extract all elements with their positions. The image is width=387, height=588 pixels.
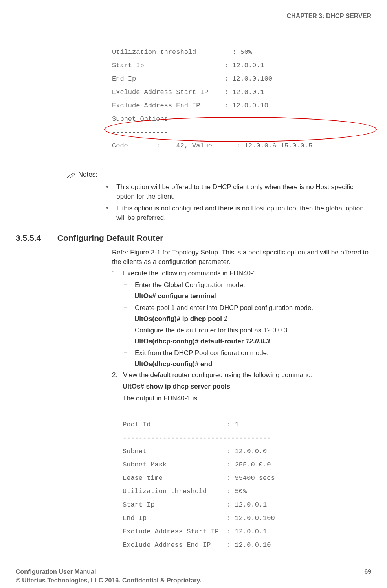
sub-list: − Create pool 1 and enter into DHCP pool…: [124, 303, 371, 313]
page-number: 69: [364, 568, 371, 585]
command-line: UltOs# show ip dhcp server pools: [123, 382, 371, 391]
code-line: Code : 42, Value : 12.0.0.6 15.0.0.5: [112, 142, 312, 149]
footer-divider: [16, 564, 371, 564]
code-line: Utilization threshold : 50%: [112, 48, 252, 56]
code-line: Exclude Address Start IP : 12.0.0.1: [123, 528, 267, 535]
command-line: UltOs(dhcp-config)# end: [134, 359, 371, 369]
command-line: UltOs(config)# ip dhcp pool 1: [134, 314, 371, 324]
sub-text: Exit from the DHCP Pool configuration mo…: [135, 348, 269, 358]
list-marker: 1.: [112, 269, 123, 278]
footer-left: Configuration User Manual © Ulterius Tec…: [16, 568, 202, 585]
code-line: Exclude Address Start IP : 12.0.0.1: [112, 88, 264, 96]
section-intro: Refer Figure 3-1 for Topology Setup. Thi…: [112, 248, 371, 267]
cmd-arg: 1: [224, 315, 227, 323]
dash-icon: −: [124, 326, 135, 335]
list-item: 1. Execute the following commands in FDN…: [112, 269, 371, 278]
sub-list: − Exit from the DHCP Pool configuration …: [124, 348, 371, 358]
dash-icon: −: [124, 303, 135, 313]
section-heading: 3.5.5.4 Configuring Default Router: [16, 232, 371, 243]
dash-icon: −: [124, 280, 135, 290]
sub-item: − Enter the Global Configuration mode.: [124, 280, 371, 290]
output-label: The output in FDN40-1 is: [123, 394, 371, 403]
command-line: UltOs# configure terminal: [134, 291, 371, 301]
list-text: Execute the following commands in FDN40-…: [123, 269, 259, 278]
list-item: 2. View the default router configured us…: [112, 370, 371, 380]
code-line: Utilization threshold : 50%: [123, 488, 247, 495]
pencil-icon: [67, 171, 78, 178]
bullet-dot-icon: •: [106, 204, 108, 223]
command-line: UltOs(dhcp-config)# default-router 12.0.…: [134, 337, 371, 346]
code-line: --------------: [112, 129, 168, 136]
code-line: Start Ip : 12.0.0.1: [112, 62, 264, 69]
list-text: View the default router configured using…: [123, 370, 313, 380]
bullet-item: • If this option is not configured and t…: [106, 204, 371, 223]
bullet-text: This option will be offered to the DHCP …: [116, 182, 371, 201]
sub-text: Enter the Global Configuration mode.: [135, 280, 245, 290]
sub-list: − Enter the Global Configuration mode.: [124, 280, 371, 290]
footer-manual-title: Configuration User Manual: [16, 568, 202, 576]
code-line: Exclude Address End IP : 12.0.0.10: [123, 541, 271, 549]
notes-bullet-list: • This option will be offered to the DHC…: [106, 182, 371, 222]
code-line: Subnet : 12.0.0.0: [123, 448, 267, 455]
code-line: Subnet Mask : 255.0.0.0: [123, 461, 271, 468]
code-line: End Ip : 12.0.0.100: [123, 514, 275, 522]
cmd-prefix: UltOs(dhcp-config)# default-router: [134, 337, 246, 345]
bullet-item: • This option will be offered to the DHC…: [106, 182, 371, 201]
code-line: Start Ip : 12.0.0.1: [123, 501, 267, 509]
sub-item: − Configure the default router for this …: [124, 326, 371, 335]
notes-label: Notes:: [78, 171, 97, 178]
sub-item: − Exit from the DHCP Pool configuration …: [124, 348, 371, 358]
sub-item: − Create pool 1 and enter into DHCP pool…: [124, 303, 371, 313]
bullet-dot-icon: •: [106, 182, 108, 201]
code-line: Subnet Options: [112, 115, 168, 123]
section-title: Configuring Default Router: [57, 233, 163, 242]
code-line: -------------------------------------: [123, 434, 271, 442]
numbered-list: 1. Execute the following commands in FDN…: [112, 269, 371, 278]
section-number: 3.5.5.4: [16, 232, 55, 243]
dash-icon: −: [124, 348, 135, 358]
page-footer: Configuration User Manual © Ulterius Tec…: [16, 568, 371, 585]
code-line: Pool Id : 1: [123, 421, 239, 428]
bullet-text: If this option is not configured and the…: [116, 204, 371, 223]
code-line: Exclude Address End IP : 12.0.0.10: [112, 102, 268, 109]
notes-row: Notes:: [67, 170, 371, 179]
chapter-header: CHAPTER 3: DHCP SERVER: [16, 12, 371, 20]
footer-copyright: © Ulterius Technologies, LLC 2016. Confi…: [16, 576, 202, 585]
code-output-top: Utilization threshold : 50% Start Ip : 1…: [112, 32, 371, 166]
code-line: End Ip : 12.0.0.100: [112, 75, 272, 83]
sub-list: − Configure the default router for this …: [124, 326, 371, 335]
list-marker: 2.: [112, 370, 123, 380]
cmd-arg: 12.0.0.3: [246, 337, 270, 345]
code-line: Lease time : 95400 secs: [123, 474, 275, 482]
sub-text: Configure the default router for this po…: [135, 326, 289, 335]
sub-text: Create pool 1 and enter into DHCP pool c…: [135, 303, 313, 313]
code-output-bottom: Pool Id : 1 ----------------------------…: [123, 405, 371, 552]
cmd-prefix: UltOs(config)# ip dhcp pool: [134, 315, 224, 323]
numbered-list: 2. View the default router configured us…: [112, 370, 371, 380]
